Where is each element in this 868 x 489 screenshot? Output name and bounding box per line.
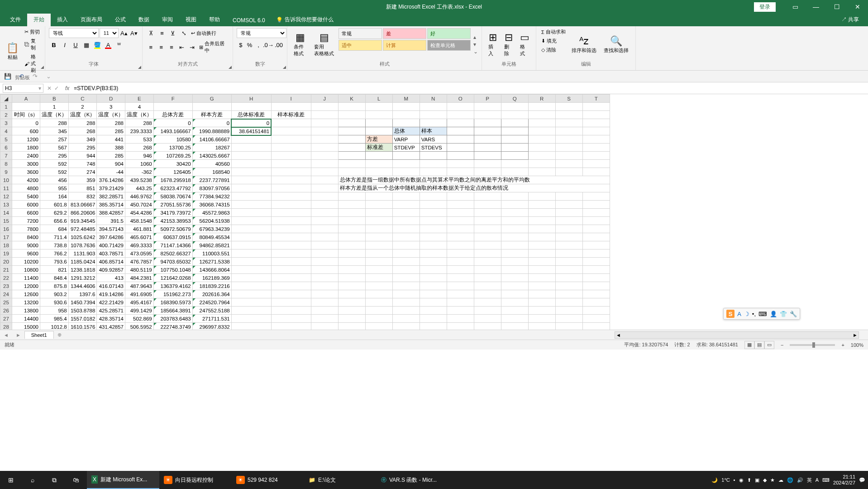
cell[interactable]: [582, 119, 610, 127]
row-header[interactable]: 23: [0, 282, 12, 290]
cell[interactable]: 185664.3891: [153, 307, 192, 315]
cell[interactable]: STDEVS: [420, 144, 447, 152]
chevron-down-icon[interactable]: ▾: [38, 85, 41, 91]
style-neutral[interactable]: 适中: [339, 40, 382, 51]
cell[interactable]: 样本: [420, 127, 447, 135]
clipboard-launcher[interactable]: ◢: [41, 65, 44, 69]
cell[interactable]: [420, 323, 447, 330]
cell[interactable]: [501, 217, 528, 225]
cell[interactable]: [501, 127, 528, 135]
cell[interactable]: [447, 282, 474, 290]
cell[interactable]: 总体标准差: [231, 111, 271, 119]
cell[interactable]: [582, 241, 610, 249]
cell[interactable]: [447, 127, 474, 135]
cell[interactable]: [582, 282, 610, 290]
cell[interactable]: 1012.8: [40, 323, 69, 330]
cell[interactable]: [338, 209, 365, 217]
cell[interactable]: [392, 160, 420, 168]
cell[interactable]: [311, 225, 338, 233]
cell[interactable]: 1291.3212: [68, 274, 97, 282]
cell[interactable]: [192, 103, 231, 111]
align-center-icon[interactable]: ≡: [157, 42, 166, 52]
cell[interactable]: [271, 225, 311, 233]
align-bottom-icon[interactable]: ⊻: [168, 28, 178, 38]
col-header-T[interactable]: T: [582, 95, 610, 103]
cell[interactable]: [582, 315, 610, 323]
tray-icon-5[interactable]: ◆: [763, 477, 767, 483]
cell[interactable]: [582, 307, 610, 315]
cell[interactable]: 40560: [192, 160, 231, 168]
cell[interactable]: [365, 274, 392, 282]
font-name-select[interactable]: 等线: [49, 28, 99, 38]
cell[interactable]: [311, 307, 338, 315]
cell[interactable]: [528, 249, 555, 258]
cell[interactable]: [231, 192, 271, 201]
cell[interactable]: 14106.66667: [192, 135, 231, 144]
cell[interactable]: [501, 160, 528, 168]
view-page-icon[interactable]: ▤: [754, 341, 764, 349]
cell[interactable]: 397.64286: [97, 233, 125, 241]
cell[interactable]: [392, 315, 420, 323]
cell[interactable]: [392, 282, 420, 290]
copy-button[interactable]: ⿻复制: [23, 37, 41, 52]
cell[interactable]: [311, 111, 338, 119]
cell[interactable]: [474, 274, 501, 282]
ime-skin-icon[interactable]: 👕: [780, 311, 787, 317]
cell[interactable]: 458.1548: [125, 217, 154, 225]
cell[interactable]: 9000: [12, 241, 40, 249]
cell[interactable]: [338, 307, 365, 315]
cell[interactable]: [501, 201, 528, 209]
cell[interactable]: 方差: [365, 135, 392, 144]
cell[interactable]: 441: [97, 135, 125, 144]
cell[interactable]: 168540: [192, 168, 231, 176]
cell[interactable]: 416.07143: [97, 282, 125, 290]
cell[interactable]: 285: [97, 152, 125, 160]
cell[interactable]: [555, 258, 582, 266]
cell[interactable]: 268: [125, 144, 154, 152]
taskbar-clock[interactable]: 21:11 2024/2/27: [833, 474, 855, 486]
tab-file[interactable]: 文件: [4, 13, 27, 26]
cell[interactable]: [365, 201, 392, 209]
cell[interactable]: [447, 209, 474, 217]
taskbar-excel[interactable]: X新建 Microsoft Ex...: [87, 471, 159, 489]
cell[interactable]: [311, 103, 338, 111]
cell[interactable]: [501, 119, 528, 127]
cell[interactable]: [338, 258, 365, 266]
cell[interactable]: 385.35714: [97, 201, 125, 209]
cell[interactable]: [528, 266, 555, 274]
zoom-in-icon[interactable]: +: [841, 342, 844, 348]
cell[interactable]: 121642.0268: [153, 274, 192, 282]
cell[interactable]: [420, 225, 447, 233]
cell[interactable]: 1800: [12, 144, 40, 152]
cell[interactable]: [311, 241, 338, 249]
tab-home[interactable]: 开始: [27, 13, 51, 26]
cell[interactable]: [311, 282, 338, 290]
cell[interactable]: [311, 135, 338, 144]
cell[interactable]: [271, 249, 311, 258]
cell[interactable]: [231, 225, 271, 233]
cell[interactable]: [528, 168, 555, 176]
accounting-icon[interactable]: $: [237, 40, 245, 50]
tab-help[interactable]: 帮助: [203, 13, 226, 26]
cell[interactable]: [271, 176, 311, 184]
cell[interactable]: 94862.85821: [192, 241, 231, 249]
col-header-C[interactable]: C: [68, 95, 97, 103]
cell[interactable]: [501, 290, 528, 298]
cell[interactable]: 443.25: [125, 184, 154, 192]
cell[interactable]: [338, 225, 365, 233]
cell[interactable]: 10800: [12, 266, 40, 274]
cell[interactable]: 832: [68, 192, 97, 201]
tray-keyboard-icon[interactable]: ⌨: [822, 477, 830, 483]
col-header-O[interactable]: O: [447, 95, 474, 103]
cell[interactable]: [420, 266, 447, 274]
cell[interactable]: 919.34545: [68, 217, 97, 225]
cell[interactable]: 1078.7636: [68, 241, 97, 249]
cell[interactable]: [474, 298, 501, 307]
col-header-G[interactable]: G: [192, 95, 231, 103]
align-top-icon[interactable]: ⊼: [146, 28, 156, 38]
cell[interactable]: 224520.7964: [192, 298, 231, 307]
style-down-icon[interactable]: ▾: [473, 41, 478, 48]
share-button[interactable]: ↗ 共享: [837, 13, 863, 26]
cell[interactable]: 14400: [12, 315, 40, 323]
cell[interactable]: [420, 201, 447, 209]
